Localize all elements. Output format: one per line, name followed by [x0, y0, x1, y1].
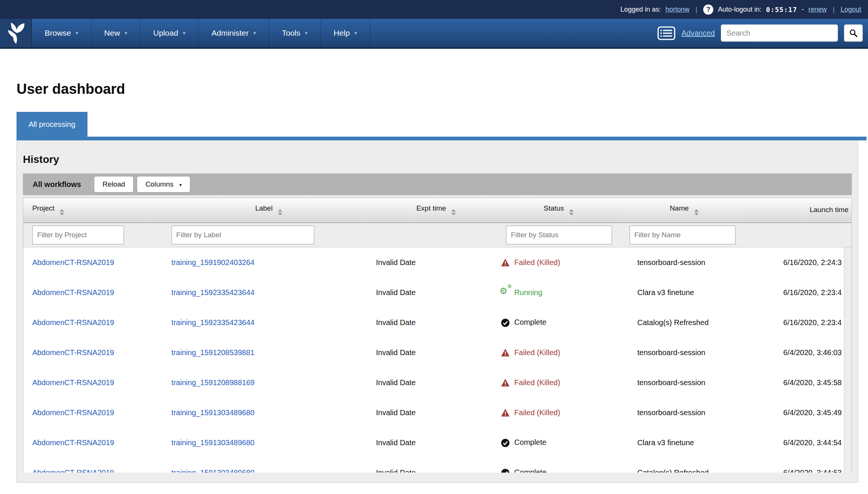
nav-menu-browse[interactable]: Browse ▾ [32, 19, 92, 47]
warning-triangle-icon [500, 408, 511, 417]
search-input[interactable] [721, 24, 838, 42]
column-header-label[interactable]: Label [163, 198, 375, 223]
nav-menu-administer[interactable]: Administer ▾ [199, 19, 269, 47]
table-row: AbdomenCT-RSNA2019 training_159190240326… [23, 247, 851, 277]
workflow-table-body: AbdomenCT-RSNA2019 training_159190240326… [23, 247, 851, 473]
main-navbar: Browse ▾ New ▾ Upload ▾ Administer ▾ Too… [0, 19, 868, 49]
stored-search-list-icon[interactable] [657, 26, 675, 40]
chevron-down-icon: ▾ [125, 30, 128, 36]
chevron-down-icon: ▾ [179, 182, 182, 188]
project-link[interactable]: AbdomenCT-RSNA2019 [32, 438, 114, 447]
username-link[interactable]: hortonw [666, 6, 690, 14]
check-circle-icon [500, 468, 511, 473]
workflow-label-link[interactable]: training_1591303489680 [172, 408, 255, 417]
status-text: Complete [514, 438, 547, 447]
workflow-label-link[interactable]: training_1591902403264 [172, 258, 255, 267]
column-header-name[interactable]: Name [621, 198, 748, 223]
chevron-down-icon: ▾ [183, 30, 186, 36]
filter-name-input[interactable] [630, 226, 735, 244]
chevron-down-icon: ▾ [354, 30, 357, 36]
workflow-label-link[interactable]: training_1592335423644 [172, 318, 255, 327]
table-row: AbdomenCT-RSNA2019 training_159120853988… [23, 337, 851, 367]
status-cell: Failed (Killed) [497, 337, 621, 367]
auto-logout-label: Auto-logout in: [718, 6, 761, 14]
expt-time-cell: Invalid Date [375, 277, 497, 307]
help-icon[interactable]: ? [703, 5, 713, 15]
table-scrollbar-gutter [844, 247, 851, 473]
workflow-label-link[interactable]: training_1591208539881 [172, 348, 255, 357]
reload-button[interactable]: Reload [94, 176, 134, 193]
leaf-logo-icon [5, 21, 27, 45]
launch-time-cell: 6/16/2020, 2:23:4 [748, 307, 851, 337]
workflow-name-cell: Clara v3 finetune [621, 428, 748, 458]
warning-triangle-icon [500, 348, 511, 357]
workflow-label-link[interactable]: training_1592335423644 [172, 288, 255, 297]
table-row: AbdomenCT-RSNA2019 training_159130348968… [23, 458, 851, 473]
table-row: AbdomenCT-RSNA2019 training_159233542364… [23, 307, 851, 337]
workflow-name-cell: tensorboard-session [621, 367, 748, 398]
warning-triangle-icon [500, 258, 511, 267]
project-link[interactable]: AbdomenCT-RSNA2019 [32, 318, 114, 327]
logout-link[interactable]: Logout [841, 6, 861, 14]
sort-icon [278, 209, 282, 215]
chevron-down-icon: ▾ [253, 30, 256, 36]
history-toolbar: All workflows Reload Columns ▾ [23, 173, 852, 195]
app-logo[interactable] [0, 19, 32, 47]
nav-menu-tools[interactable]: Tools ▾ [269, 19, 321, 47]
history-title: History [23, 153, 858, 166]
launch-time-cell: 6/4/2020, 3:44:54 [748, 428, 851, 458]
launch-time-cell: 6/4/2020, 3:44:53 [748, 458, 851, 473]
nav-menu-upload[interactable]: Upload ▾ [140, 19, 199, 47]
project-link[interactable]: AbdomenCT-RSNA2019 [32, 288, 114, 297]
workflow-name-cell: tensorboard-session [621, 398, 748, 428]
sort-icon [451, 209, 456, 215]
status-cell: Failed (Killed) [497, 398, 621, 428]
column-header-project[interactable]: Project [23, 198, 163, 223]
workflow-table-header: Project Label Expt time Status [23, 197, 851, 247]
status-text: Complete [514, 318, 547, 327]
project-link[interactable]: AbdomenCT-RSNA2019 [32, 468, 114, 473]
workflow-table: Project Label Expt time Status [23, 197, 852, 473]
table-row: AbdomenCT-RSNA2019 training_159120898816… [23, 367, 851, 398]
project-link[interactable]: AbdomenCT-RSNA2019 [32, 258, 114, 267]
tab-strip: All processing [17, 112, 858, 137]
workflow-name-cell: Catalog(s) Refreshed [621, 458, 748, 473]
workflow-label-link[interactable]: training_1591303489680 [172, 468, 255, 473]
nav-menu-new[interactable]: New ▾ [92, 19, 141, 47]
table-row: AbdomenCT-RSNA2019 training_159233542364… [23, 277, 851, 307]
sort-icon [60, 209, 64, 215]
page-content: User dashboard All processing History Al… [17, 81, 858, 483]
expt-time-cell: Invalid Date [375, 458, 497, 473]
advanced-search-link[interactable]: Advanced [681, 29, 715, 38]
workflow-label-link[interactable]: training_1591303489680 [172, 438, 255, 447]
filter-project-input[interactable] [32, 226, 124, 244]
check-circle-icon [500, 318, 511, 327]
all-workflows-label: All workflows [33, 180, 81, 189]
filter-label-input[interactable] [172, 226, 314, 244]
status-text: Failed (Killed) [514, 348, 560, 357]
workflow-label-link[interactable]: training_1591208988169 [172, 378, 255, 387]
filter-status-input[interactable] [506, 226, 612, 244]
columns-button[interactable]: Columns ▾ [137, 176, 190, 193]
status-cell: Complete [497, 458, 621, 473]
tab-all-processing[interactable]: All processing [17, 112, 87, 137]
project-link[interactable]: AbdomenCT-RSNA2019 [32, 408, 114, 417]
status-cell: Failed (Killed) [497, 367, 621, 398]
column-header-status[interactable]: Status [497, 198, 621, 223]
launch-time-cell: 6/4/2020, 3:45:58 [748, 367, 851, 398]
tab-strip-accent-bar [17, 137, 866, 140]
search-button[interactable] [844, 24, 863, 42]
column-header-expt-time[interactable]: Expt time [375, 198, 497, 223]
history-panel: History All workflows Reload Columns ▾ P… [17, 140, 858, 483]
expt-time-cell: Invalid Date [375, 307, 497, 337]
column-header-launch-time[interactable]: Launch time [748, 198, 851, 223]
table-row: AbdomenCT-RSNA2019 training_159130348968… [23, 398, 851, 428]
project-link[interactable]: AbdomenCT-RSNA2019 [32, 348, 114, 357]
nav-menu-help[interactable]: Help ▾ [321, 19, 371, 47]
chevron-down-icon: ▾ [305, 30, 308, 36]
status-cell: ⚙⚙Running [497, 277, 621, 307]
project-link[interactable]: AbdomenCT-RSNA2019 [32, 378, 114, 387]
renew-session-link[interactable]: renew [808, 6, 827, 14]
launch-time-cell: 6/16/2020, 2:24:3 [748, 247, 851, 277]
status-cell: Complete [497, 428, 621, 458]
